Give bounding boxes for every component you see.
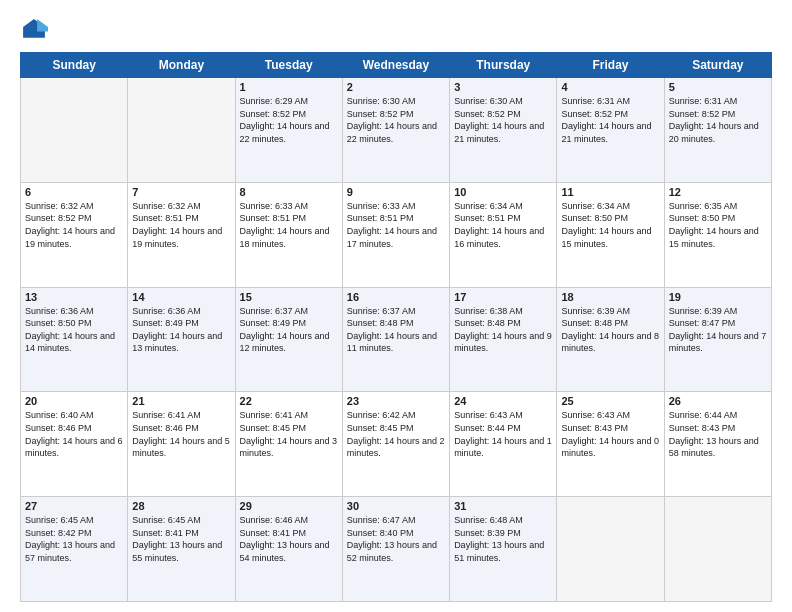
day-number: 2 — [347, 81, 445, 93]
day-info: Sunrise: 6:46 AMSunset: 8:41 PMDaylight:… — [240, 514, 338, 564]
calendar-cell: 29Sunrise: 6:46 AMSunset: 8:41 PMDayligh… — [235, 497, 342, 602]
day-number: 26 — [669, 395, 767, 407]
calendar-cell: 27Sunrise: 6:45 AMSunset: 8:42 PMDayligh… — [21, 497, 128, 602]
calendar-cell — [128, 78, 235, 183]
page: SundayMondayTuesdayWednesdayThursdayFrid… — [0, 0, 792, 612]
calendar-cell: 11Sunrise: 6:34 AMSunset: 8:50 PMDayligh… — [557, 182, 664, 287]
day-info: Sunrise: 6:31 AMSunset: 8:52 PMDaylight:… — [669, 95, 767, 145]
calendar-header-row: SundayMondayTuesdayWednesdayThursdayFrid… — [21, 53, 772, 78]
day-info: Sunrise: 6:39 AMSunset: 8:48 PMDaylight:… — [561, 305, 659, 355]
day-number: 19 — [669, 291, 767, 303]
day-number: 17 — [454, 291, 552, 303]
day-info: Sunrise: 6:32 AMSunset: 8:52 PMDaylight:… — [25, 200, 123, 250]
day-info: Sunrise: 6:30 AMSunset: 8:52 PMDaylight:… — [454, 95, 552, 145]
day-number: 1 — [240, 81, 338, 93]
day-number: 31 — [454, 500, 552, 512]
day-info: Sunrise: 6:45 AMSunset: 8:41 PMDaylight:… — [132, 514, 230, 564]
calendar-cell — [664, 497, 771, 602]
day-info: Sunrise: 6:34 AMSunset: 8:50 PMDaylight:… — [561, 200, 659, 250]
calendar-cell: 3Sunrise: 6:30 AMSunset: 8:52 PMDaylight… — [450, 78, 557, 183]
day-info: Sunrise: 6:45 AMSunset: 8:42 PMDaylight:… — [25, 514, 123, 564]
calendar-week-row: 13Sunrise: 6:36 AMSunset: 8:50 PMDayligh… — [21, 287, 772, 392]
day-number: 5 — [669, 81, 767, 93]
calendar-cell: 31Sunrise: 6:48 AMSunset: 8:39 PMDayligh… — [450, 497, 557, 602]
weekday-header: Monday — [128, 53, 235, 78]
day-info: Sunrise: 6:36 AMSunset: 8:50 PMDaylight:… — [25, 305, 123, 355]
day-number: 24 — [454, 395, 552, 407]
day-number: 20 — [25, 395, 123, 407]
weekday-header: Wednesday — [342, 53, 449, 78]
weekday-header: Friday — [557, 53, 664, 78]
day-info: Sunrise: 6:34 AMSunset: 8:51 PMDaylight:… — [454, 200, 552, 250]
logo — [20, 16, 52, 44]
calendar-cell: 20Sunrise: 6:40 AMSunset: 8:46 PMDayligh… — [21, 392, 128, 497]
svg-marker-1 — [37, 19, 48, 31]
calendar-cell — [21, 78, 128, 183]
day-info: Sunrise: 6:33 AMSunset: 8:51 PMDaylight:… — [347, 200, 445, 250]
day-number: 30 — [347, 500, 445, 512]
day-info: Sunrise: 6:31 AMSunset: 8:52 PMDaylight:… — [561, 95, 659, 145]
calendar-cell: 9Sunrise: 6:33 AMSunset: 8:51 PMDaylight… — [342, 182, 449, 287]
day-info: Sunrise: 6:40 AMSunset: 8:46 PMDaylight:… — [25, 409, 123, 459]
day-info: Sunrise: 6:43 AMSunset: 8:43 PMDaylight:… — [561, 409, 659, 459]
day-number: 15 — [240, 291, 338, 303]
day-info: Sunrise: 6:38 AMSunset: 8:48 PMDaylight:… — [454, 305, 552, 355]
day-info: Sunrise: 6:30 AMSunset: 8:52 PMDaylight:… — [347, 95, 445, 145]
weekday-header: Tuesday — [235, 53, 342, 78]
header — [20, 16, 772, 44]
calendar-cell: 5Sunrise: 6:31 AMSunset: 8:52 PMDaylight… — [664, 78, 771, 183]
weekday-header: Thursday — [450, 53, 557, 78]
day-number: 4 — [561, 81, 659, 93]
calendar-week-row: 27Sunrise: 6:45 AMSunset: 8:42 PMDayligh… — [21, 497, 772, 602]
calendar-cell: 8Sunrise: 6:33 AMSunset: 8:51 PMDaylight… — [235, 182, 342, 287]
calendar-cell: 10Sunrise: 6:34 AMSunset: 8:51 PMDayligh… — [450, 182, 557, 287]
calendar: SundayMondayTuesdayWednesdayThursdayFrid… — [20, 52, 772, 602]
calendar-cell: 23Sunrise: 6:42 AMSunset: 8:45 PMDayligh… — [342, 392, 449, 497]
day-number: 27 — [25, 500, 123, 512]
calendar-cell: 18Sunrise: 6:39 AMSunset: 8:48 PMDayligh… — [557, 287, 664, 392]
day-info: Sunrise: 6:48 AMSunset: 8:39 PMDaylight:… — [454, 514, 552, 564]
calendar-cell: 1Sunrise: 6:29 AMSunset: 8:52 PMDaylight… — [235, 78, 342, 183]
day-number: 10 — [454, 186, 552, 198]
day-number: 16 — [347, 291, 445, 303]
day-info: Sunrise: 6:33 AMSunset: 8:51 PMDaylight:… — [240, 200, 338, 250]
calendar-cell — [557, 497, 664, 602]
day-info: Sunrise: 6:42 AMSunset: 8:45 PMDaylight:… — [347, 409, 445, 459]
calendar-cell: 14Sunrise: 6:36 AMSunset: 8:49 PMDayligh… — [128, 287, 235, 392]
day-number: 6 — [25, 186, 123, 198]
calendar-cell: 25Sunrise: 6:43 AMSunset: 8:43 PMDayligh… — [557, 392, 664, 497]
calendar-week-row: 1Sunrise: 6:29 AMSunset: 8:52 PMDaylight… — [21, 78, 772, 183]
calendar-cell: 28Sunrise: 6:45 AMSunset: 8:41 PMDayligh… — [128, 497, 235, 602]
day-number: 18 — [561, 291, 659, 303]
calendar-cell: 7Sunrise: 6:32 AMSunset: 8:51 PMDaylight… — [128, 182, 235, 287]
calendar-cell: 21Sunrise: 6:41 AMSunset: 8:46 PMDayligh… — [128, 392, 235, 497]
day-info: Sunrise: 6:36 AMSunset: 8:49 PMDaylight:… — [132, 305, 230, 355]
day-number: 13 — [25, 291, 123, 303]
calendar-cell: 30Sunrise: 6:47 AMSunset: 8:40 PMDayligh… — [342, 497, 449, 602]
weekday-header: Sunday — [21, 53, 128, 78]
day-number: 28 — [132, 500, 230, 512]
calendar-cell: 17Sunrise: 6:38 AMSunset: 8:48 PMDayligh… — [450, 287, 557, 392]
calendar-cell: 26Sunrise: 6:44 AMSunset: 8:43 PMDayligh… — [664, 392, 771, 497]
calendar-week-row: 20Sunrise: 6:40 AMSunset: 8:46 PMDayligh… — [21, 392, 772, 497]
day-number: 7 — [132, 186, 230, 198]
day-info: Sunrise: 6:41 AMSunset: 8:46 PMDaylight:… — [132, 409, 230, 459]
calendar-cell: 15Sunrise: 6:37 AMSunset: 8:49 PMDayligh… — [235, 287, 342, 392]
day-info: Sunrise: 6:41 AMSunset: 8:45 PMDaylight:… — [240, 409, 338, 459]
day-info: Sunrise: 6:32 AMSunset: 8:51 PMDaylight:… — [132, 200, 230, 250]
day-info: Sunrise: 6:37 AMSunset: 8:49 PMDaylight:… — [240, 305, 338, 355]
day-info: Sunrise: 6:37 AMSunset: 8:48 PMDaylight:… — [347, 305, 445, 355]
day-number: 23 — [347, 395, 445, 407]
calendar-cell: 12Sunrise: 6:35 AMSunset: 8:50 PMDayligh… — [664, 182, 771, 287]
calendar-cell: 16Sunrise: 6:37 AMSunset: 8:48 PMDayligh… — [342, 287, 449, 392]
day-number: 8 — [240, 186, 338, 198]
logo-icon — [20, 16, 48, 44]
day-info: Sunrise: 6:35 AMSunset: 8:50 PMDaylight:… — [669, 200, 767, 250]
day-number: 11 — [561, 186, 659, 198]
calendar-cell: 2Sunrise: 6:30 AMSunset: 8:52 PMDaylight… — [342, 78, 449, 183]
day-number: 21 — [132, 395, 230, 407]
weekday-header: Saturday — [664, 53, 771, 78]
day-number: 12 — [669, 186, 767, 198]
day-number: 14 — [132, 291, 230, 303]
day-number: 3 — [454, 81, 552, 93]
